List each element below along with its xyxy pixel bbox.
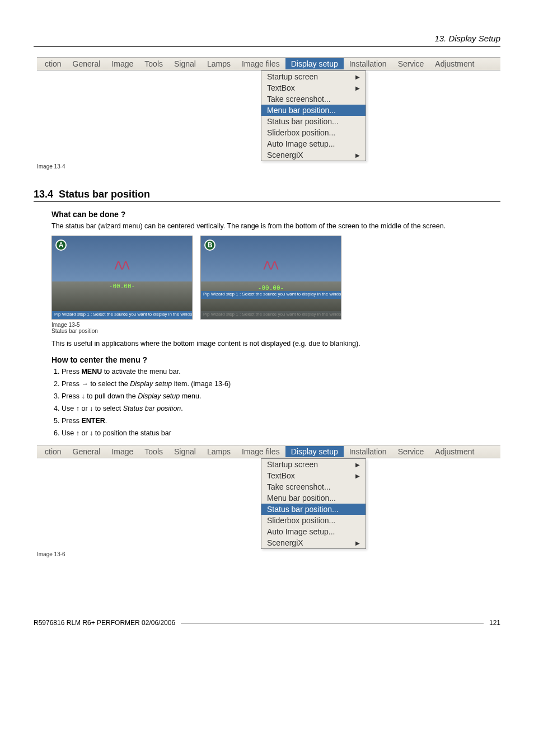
gauge-text: -00.00-: [109, 283, 135, 290]
wizard-bar: Pip Wizard step 1 : Select the source yo…: [52, 311, 192, 319]
menubar-item-signal[interactable]: Signal: [168, 446, 202, 457]
menubar-item-lamps[interactable]: Lamps: [202, 446, 236, 457]
display-setup-submenu: Startup screen▶TextBox▶Take screenshot..…: [261, 458, 366, 549]
list-item: Press ↓ to pull down the Display setup m…: [62, 392, 500, 400]
menubar-item-service[interactable]: Service: [392, 58, 430, 69]
menubar-item-installation[interactable]: Installation: [344, 58, 392, 69]
chapter-header: 13. Display Setup: [34, 34, 500, 47]
badge-b: B: [204, 240, 216, 251]
menubar-item-ction[interactable]: ction: [39, 58, 67, 69]
paragraph: The status bar (wizard menu) can be cent…: [51, 222, 500, 230]
paragraph: This is useful in applications where the…: [51, 340, 500, 348]
badge-a: A: [55, 240, 67, 251]
spike-icon: ⋀⋀: [264, 259, 278, 270]
figure-13-5: A ⋀⋀ -00.00- Pip Wizard step 1 : Select …: [51, 236, 500, 320]
footer-page-number: 121: [489, 619, 500, 627]
submenu-item-sliderbox-position[interactable]: Sliderbox position...: [261, 515, 366, 526]
menubar-item-tools[interactable]: Tools: [139, 446, 168, 457]
list-item: Press ENTER.: [62, 417, 500, 425]
menubar-item-display-setup[interactable]: Display setup: [285, 58, 344, 69]
menubar: ctionGeneralImageToolsSignalLampsImage f…: [37, 445, 500, 458]
menubar-item-image[interactable]: Image: [106, 58, 139, 69]
section-heading: 13.4 Status bar position: [34, 189, 500, 202]
submenu-item-auto-image-setup[interactable]: Auto Image setup...: [261, 526, 366, 537]
submenu-item-sliderbox-position[interactable]: Sliderbox position...: [261, 127, 366, 138]
menubar-item-tools[interactable]: Tools: [139, 58, 168, 69]
image-caption: Image 13-6: [37, 551, 500, 557]
chevron-right-icon: ▶: [355, 473, 360, 479]
menubar-item-ction[interactable]: ction: [39, 446, 67, 457]
submenu-item-auto-image-setup[interactable]: Auto Image setup...: [261, 138, 366, 149]
menubar-item-general[interactable]: General: [67, 58, 106, 69]
spike-icon: ⋀⋀: [115, 259, 129, 270]
chevron-right-icon: ▶: [355, 74, 360, 80]
figure-13-6: ctionGeneralImageToolsSignalLampsImage f…: [34, 445, 500, 557]
submenu-item-scenergix[interactable]: ScenergiX▶: [261, 537, 366, 548]
display-setup-submenu: Startup screen▶TextBox▶Take screenshot..…: [261, 71, 366, 161]
list-item: Press MENU to activate the menu bar.: [62, 368, 500, 375]
menubar-item-general[interactable]: General: [67, 446, 106, 457]
menubar-item-display-setup[interactable]: Display setup: [285, 446, 344, 457]
menubar-item-service[interactable]: Service: [392, 446, 430, 457]
image-caption: Image 13-5Status bar position: [51, 322, 500, 334]
chevron-right-icon: ▶: [355, 540, 360, 546]
submenu-item-take-screenshot[interactable]: Take screenshot...: [261, 93, 366, 105]
subheading-how: How to center the menu ?: [51, 355, 500, 364]
menubar-item-image-files[interactable]: Image files: [236, 446, 285, 457]
figure-13-4: ctionGeneralImageToolsSignalLampsImage f…: [34, 57, 500, 170]
scene-b: B ⋀⋀ -00.00- Pip Wizard step 1 : Select …: [200, 236, 341, 320]
submenu-item-menu-bar-position[interactable]: Menu bar position...: [261, 492, 366, 504]
submenu-item-textbox[interactable]: TextBox▶: [261, 82, 366, 93]
menubar: ctionGeneralImageToolsSignalLampsImage f…: [37, 57, 500, 71]
submenu-item-status-bar-position[interactable]: Status bar position...: [261, 504, 366, 515]
list-item: Use ↑ or ↓ to position the status bar: [62, 429, 500, 437]
submenu-item-startup-screen[interactable]: Startup screen▶: [261, 459, 366, 470]
menubar-item-signal[interactable]: Signal: [168, 58, 202, 69]
scene-a: A ⋀⋀ -00.00- Pip Wizard step 1 : Select …: [51, 236, 193, 320]
submenu-item-startup-screen[interactable]: Startup screen▶: [261, 71, 366, 82]
menubar-item-adjustment[interactable]: Adjustment: [429, 58, 480, 69]
submenu-item-menu-bar-position[interactable]: Menu bar position...: [261, 105, 366, 116]
submenu-item-status-bar-position[interactable]: Status bar position...: [261, 116, 366, 127]
list-item: Use ↑ or ↓ to select Status bar position…: [62, 405, 500, 412]
wizard-bar-faded: Pip Wizard step 1 : Select the source yo…: [201, 311, 341, 319]
image-caption: Image 13-4: [37, 163, 500, 170]
menubar-item-adjustment[interactable]: Adjustment: [429, 446, 480, 457]
chevron-right-icon: ▶: [355, 462, 360, 468]
wizard-bar: Pip Wizard step 1 : Select the source yo…: [201, 291, 341, 299]
footer-left: R5976816 RLM R6+ PERFORMER 02/06/2006: [34, 619, 175, 627]
submenu-item-scenergix[interactable]: ScenergiX▶: [261, 149, 366, 161]
steps-list: Press MENU to activate the menu bar.Pres…: [62, 368, 500, 437]
menubar-item-installation[interactable]: Installation: [344, 446, 392, 457]
menubar-item-lamps[interactable]: Lamps: [202, 58, 236, 69]
submenu-item-textbox[interactable]: TextBox▶: [261, 470, 366, 481]
subheading-what: What can be done ?: [51, 210, 500, 219]
list-item: Press → to select the Display setup item…: [62, 380, 500, 388]
menubar-item-image-files[interactable]: Image files: [236, 58, 285, 69]
submenu-item-take-screenshot[interactable]: Take screenshot...: [261, 481, 366, 492]
chevron-right-icon: ▶: [355, 152, 360, 158]
page-footer: R5976816 RLM R6+ PERFORMER 02/06/2006 12…: [34, 619, 500, 627]
menubar-item-image[interactable]: Image: [106, 446, 139, 457]
chevron-right-icon: ▶: [355, 85, 360, 91]
